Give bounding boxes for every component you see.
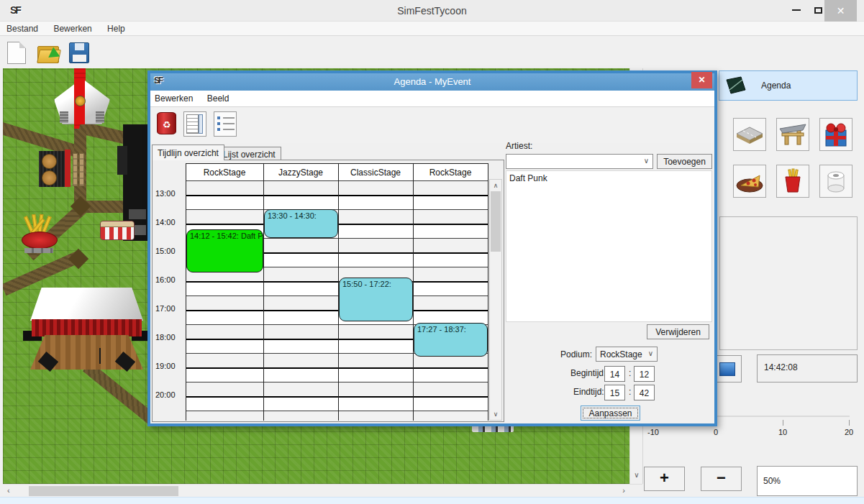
gift-box-icon [822, 122, 850, 147]
time-colon: : [629, 387, 631, 397]
timeline-panel: RockStage JazzyStage ClassicStage RockSt… [152, 160, 504, 422]
zoom-level-display: 50% [757, 466, 858, 496]
delete-trash-icon[interactable]: ♻ [157, 112, 176, 134]
road-tile-icon [735, 122, 764, 147]
artist-combobox[interactable]: ∨ [506, 154, 653, 169]
mic-stand [99, 348, 101, 364]
chevron-down-icon: ∨ [648, 349, 653, 357]
tent-logo [75, 96, 86, 106]
dialog-close-button[interactable]: ✕ [691, 72, 712, 88]
column-header: ClassicStage [338, 168, 413, 178]
burger-icon [42, 170, 57, 185]
item-button-gift[interactable] [819, 118, 852, 151]
notebook-icon [724, 75, 748, 96]
fries-icon [778, 168, 807, 194]
slider-tick-label: -10 [642, 428, 664, 436]
time-label: 19:00 [155, 362, 184, 370]
time-label: 18:00 [155, 333, 184, 342]
list-view-icon[interactable] [214, 111, 237, 137]
end-hour-input[interactable]: 15 [604, 385, 625, 400]
column-header: RockStage [186, 168, 263, 178]
end-minute-input[interactable]: 42 [634, 385, 655, 400]
schedule-event[interactable]: 13:30 - 14:30: [264, 209, 338, 238]
slider-tick-label: 0 [705, 428, 727, 436]
time-label: 17:00 [155, 304, 184, 313]
gate-icon [778, 122, 807, 147]
minimize-button[interactable] [784, 0, 809, 22]
scroll-right-icon[interactable]: › [622, 486, 625, 495]
start-time-label: Begintijd: [570, 368, 606, 378]
time-label: 13:00 [155, 189, 184, 198]
toilet-roll-icon [822, 168, 850, 194]
play-pause-icon [719, 362, 735, 376]
fries-stand[interactable] [22, 214, 58, 250]
dialog-title: Agenda - MyEvent [150, 76, 714, 87]
agenda-button[interactable]: Agenda [719, 70, 858, 101]
slider-tick-label: 10 [772, 428, 793, 436]
agenda-button-label: Agenda [761, 81, 791, 91]
dialog-titlebar[interactable]: SF Agenda - MyEvent [150, 73, 714, 91]
tab-tijdlijn-overzicht[interactable]: Tijdlijn overzicht [152, 145, 224, 160]
window-title: SimFestTycoon [0, 5, 864, 17]
window-titlebar: SF SimFestTycoon ✕ [0, 0, 864, 22]
window-bottom-border [0, 497, 864, 504]
time-label: 20:00 [155, 390, 184, 399]
striped-market-stand[interactable] [100, 221, 135, 240]
add-artist-button[interactable]: Toevoegen [657, 154, 712, 169]
tab-lijst-overzicht[interactable]: Lijst overzicht [217, 147, 281, 160]
burger-icon [42, 154, 57, 169]
zoom-out-button[interactable]: − [701, 467, 742, 491]
apply-button[interactable]: Aanpassen [581, 406, 640, 421]
new-document-icon[interactable] [7, 42, 26, 64]
column-header: JazzyStage [263, 168, 338, 178]
item-button-gate[interactable] [776, 118, 809, 151]
scroll-up-icon[interactable]: ∧ [490, 182, 501, 189]
item-button-fries[interactable] [776, 165, 809, 198]
podium-select[interactable]: RockStage ∨ [596, 347, 658, 362]
column-header: RockStage [413, 168, 488, 178]
scrollbar-thumb[interactable] [491, 191, 501, 252]
scroll-left-icon[interactable]: ‹ [7, 486, 10, 495]
chevron-down-icon: ∨ [644, 157, 649, 165]
main-stage[interactable] [30, 288, 143, 374]
maximize-icon [814, 7, 822, 14]
start-hour-input[interactable]: 14 [604, 366, 625, 382]
agenda-dialog: SF Agenda - MyEvent ✕ Bewerken Beeld ♻ T… [147, 70, 717, 426]
schedule-event[interactable]: 15:50 - 17:22: [339, 278, 413, 321]
artist-list-item[interactable]: Daft Punk [509, 173, 711, 183]
timeline-view-icon[interactable] [183, 111, 206, 137]
game-clock: 14:42:08 [757, 354, 858, 382]
dialog-menubar: Bewerken Beeld [150, 91, 714, 107]
menu-help[interactable]: Help [101, 22, 132, 34]
menu-bestand[interactable]: Bestand [0, 22, 45, 34]
open-folder-icon[interactable] [37, 43, 60, 63]
schedule-event[interactable]: 14:12 - 15:42: Daft Punk [186, 229, 263, 272]
white-tent[interactable] [54, 78, 110, 124]
artist-label: Artiest: [506, 141, 532, 151]
item-button-toilet-roll[interactable] [819, 165, 852, 198]
play-pause-button[interactable] [713, 355, 742, 382]
slider-tick-label: 20 [838, 428, 860, 436]
scroll-down-icon[interactable]: ∨ [630, 471, 643, 479]
dialog-menu-bewerken[interactable]: Bewerken [150, 91, 200, 104]
menu-bewerken[interactable]: Bewerken [47, 22, 98, 34]
dialog-toolbar: ♻ [150, 107, 714, 143]
close-button[interactable]: ✕ [824, 0, 857, 22]
grid-header: RockStage JazzyStage ClassicStage RockSt… [186, 163, 488, 180]
zoom-in-button[interactable]: + [644, 467, 685, 491]
scrollbar-thumb[interactable] [29, 486, 178, 496]
schedule-event[interactable]: 17:27 - 18:37: [414, 323, 488, 357]
item-button-pizza[interactable] [733, 165, 766, 198]
main-menubar: Bestand Bewerken Help [0, 22, 864, 36]
artist-listbox[interactable]: Daft Punk [506, 170, 712, 322]
grid-vertical-scrollbar[interactable]: ∧ ∨ [489, 179, 502, 421]
remove-button[interactable]: Verwijderen [647, 324, 709, 339]
item-button-road[interactable] [733, 118, 766, 151]
dialog-menu-beeld[interactable]: Beeld [203, 91, 237, 104]
map-horizontal-scrollbar[interactable]: ‹ › [3, 484, 642, 497]
save-floppy-icon[interactable] [69, 42, 89, 63]
scroll-down-icon[interactable]: ∨ [490, 411, 501, 418]
time-colon: : [629, 368, 631, 378]
start-minute-input[interactable]: 12 [634, 366, 655, 382]
schedule-grid[interactable]: 14:12 - 15:42: Daft Punk 13:30 - 14:30: … [186, 180, 488, 421]
